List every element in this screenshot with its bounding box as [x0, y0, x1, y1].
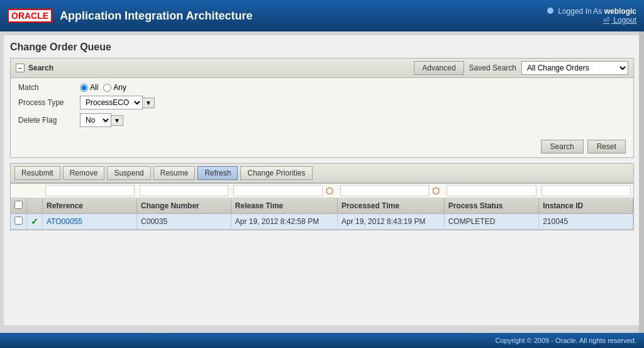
- resubmit-button[interactable]: Resubmit: [14, 166, 60, 180]
- match-label: Match: [18, 83, 75, 92]
- filter-status-col: [27, 184, 43, 198]
- filter-row: ⬡ ⬡: [11, 184, 633, 198]
- row-processed-time-cell: Apr 19, 2012 8:43:19 PM: [338, 214, 445, 230]
- filter-reference-input[interactable]: [45, 185, 135, 196]
- match-any-option[interactable]: Any: [103, 83, 126, 92]
- app-title: Application Integration Architecture: [60, 9, 252, 23]
- filter-processed-time-col: ⬡: [338, 184, 445, 198]
- search-panel: − Search Advanced Saved Search All Chang…: [10, 58, 634, 158]
- row-process-status-cell: COMPLETED: [444, 214, 538, 230]
- oracle-logo: ORACLE: [8, 9, 52, 23]
- col-header-process-status[interactable]: Process Status: [444, 198, 538, 214]
- header-user: Logged In As weblogic ⏎ Logout: [547, 7, 636, 25]
- process-type-row: Process Type ProcessECO ProcessECR Proce…: [18, 96, 626, 109]
- filter-checkbox-col: [11, 184, 27, 198]
- resume-button[interactable]: Resume: [153, 166, 196, 180]
- delete-flag-select-container: No Yes ▼: [80, 113, 123, 127]
- col-header-instance-id[interactable]: Instance ID: [539, 198, 633, 214]
- match-all-option[interactable]: All: [80, 83, 98, 92]
- reset-button[interactable]: Reset: [587, 140, 626, 154]
- process-type-dropdown-btn[interactable]: ▼: [143, 98, 155, 108]
- filter-processed-time-icon[interactable]: ⬡: [430, 185, 441, 196]
- table-row: ✓ ATO00055 C00035 Apr 19, 2012 8:42:58 P…: [11, 214, 633, 230]
- reference-link[interactable]: ATO00055: [47, 217, 82, 226]
- col-header-release-time[interactable]: Release Time: [231, 198, 337, 214]
- row-change-number-cell: C00035: [137, 214, 231, 230]
- match-all-radio[interactable]: [80, 84, 88, 92]
- filter-release-time-input[interactable]: [233, 185, 322, 196]
- process-type-label: Process Type: [18, 98, 75, 107]
- filter-change-number-input[interactable]: [140, 185, 229, 196]
- remove-button[interactable]: Remove: [63, 166, 105, 180]
- header-title: ORACLE Application Integration Architect…: [8, 9, 253, 23]
- delete-flag-select[interactable]: No Yes: [80, 113, 111, 127]
- header: ORACLE Application Integration Architect…: [0, 0, 644, 31]
- process-type-select-container: ProcessECO ProcessECR ProcessMCO ▼: [80, 96, 155, 109]
- table-body: ✓ ATO00055 C00035 Apr 19, 2012 8:42:58 P…: [11, 214, 633, 230]
- collapse-icon[interactable]: −: [16, 64, 25, 72]
- search-panel-header-right: Advanced Saved Search All Change Orders …: [414, 61, 628, 75]
- suspend-button[interactable]: Suspend: [107, 166, 150, 180]
- col-header-checkbox: [11, 198, 27, 214]
- user-icon: [547, 8, 553, 14]
- filter-change-number-col: [137, 184, 231, 198]
- column-header-row: Reference Change Number Release Time Pro…: [11, 198, 633, 214]
- row-checkbox-cell: [11, 214, 27, 230]
- filter-processed-time-input[interactable]: [340, 185, 430, 196]
- logged-in-label: Logged In As weblogic: [547, 7, 636, 16]
- row-status-cell: ✓: [27, 214, 43, 230]
- scrollbar[interactable]: [639, 31, 644, 333]
- search-button[interactable]: Search: [541, 140, 584, 154]
- row-reference-cell: ATO00055: [43, 214, 137, 230]
- process-type-select[interactable]: ProcessECO ProcessECR ProcessMCO: [80, 96, 143, 109]
- delete-flag-label: Delete Flag: [18, 116, 75, 125]
- filter-release-time-icon[interactable]: ⬡: [324, 185, 335, 196]
- delete-flag-dropdown-btn[interactable]: ▼: [111, 115, 123, 126]
- status-checkmark: ✓: [31, 216, 38, 227]
- col-header-reference[interactable]: Reference: [43, 198, 137, 214]
- footer: Copyright © 2009 - Oracle. All rights re…: [0, 333, 644, 348]
- filter-instance-id-col: [539, 184, 633, 198]
- col-header-change-number[interactable]: Change Number: [137, 198, 231, 214]
- page-title: Change Order Queue: [10, 42, 634, 53]
- main-content: Change Order Queue − Search Advanced Sav…: [4, 35, 640, 325]
- search-panel-header-left: − Search: [16, 64, 53, 72]
- logout-icon: ⏎: [603, 16, 609, 25]
- match-row: Match All Any: [18, 83, 626, 92]
- filter-instance-id-input[interactable]: [541, 185, 631, 196]
- search-label: Search: [28, 64, 53, 72]
- row-checkbox[interactable]: [14, 216, 23, 225]
- filter-process-status-col: [444, 184, 538, 198]
- filter-reference-col: [43, 184, 137, 198]
- saved-search-label: Saved Search: [469, 64, 516, 72]
- data-table-container: ⬡ ⬡: [10, 183, 634, 230]
- filter-release-time-col: ⬡: [231, 184, 337, 198]
- col-header-status: [27, 198, 43, 214]
- data-table: ⬡ ⬡: [11, 184, 633, 230]
- saved-search-select[interactable]: All Change Orders My Change Orders: [521, 61, 628, 75]
- delete-flag-row: Delete Flag No Yes ▼: [18, 113, 626, 127]
- match-radio-group: All Any: [80, 83, 126, 92]
- search-panel-header: − Search Advanced Saved Search All Chang…: [11, 59, 633, 78]
- filter-process-status-input[interactable]: [447, 185, 536, 196]
- select-all-checkbox[interactable]: [14, 201, 23, 209]
- row-release-time-cell: Apr 19, 2012 8:42:58 PM: [231, 214, 337, 230]
- logout-link[interactable]: ⏎ Logout: [603, 16, 636, 25]
- search-actions: Search Reset: [11, 136, 633, 157]
- row-instance-id-cell: 210045: [539, 214, 633, 230]
- match-any-radio[interactable]: [103, 84, 111, 92]
- advanced-button[interactable]: Advanced: [414, 61, 464, 75]
- search-form: Match All Any Process Type: [11, 78, 633, 136]
- change-priorities-button[interactable]: Change Priorities: [240, 166, 312, 180]
- toolbar: Resubmit Remove Suspend Resume Refresh C…: [10, 163, 634, 183]
- refresh-button[interactable]: Refresh: [197, 166, 238, 180]
- col-header-processed-time[interactable]: Processed Time: [338, 198, 445, 214]
- copyright-text: Copyright © 2009 - Oracle. All rights re…: [495, 337, 636, 344]
